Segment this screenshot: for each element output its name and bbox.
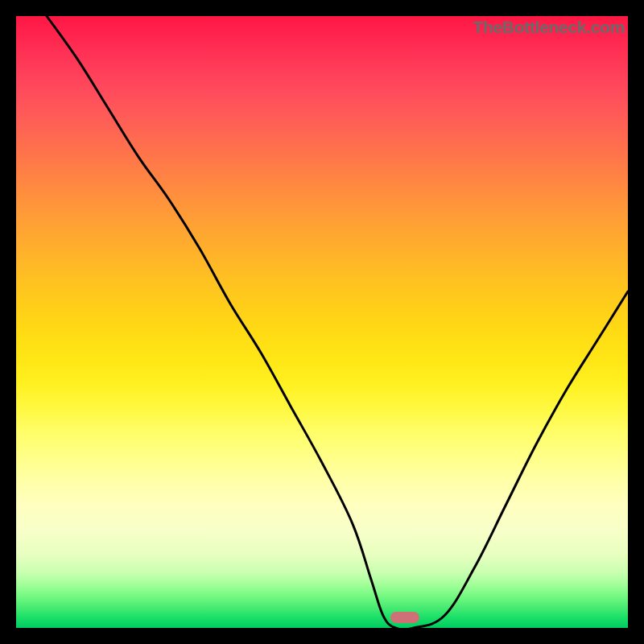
plot-area: TheBottleneck.com bbox=[16, 16, 628, 628]
bottleneck-curve bbox=[16, 16, 628, 628]
optimal-marker bbox=[390, 612, 419, 623]
chart-container: TheBottleneck.com bbox=[0, 0, 644, 644]
